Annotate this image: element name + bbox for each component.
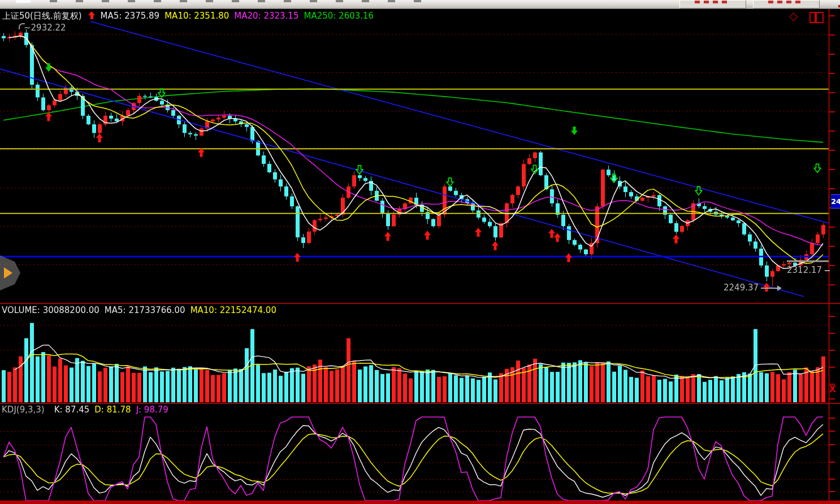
high-price-label: ~2932.22 xyxy=(24,23,66,33)
ma20-value: MA20: 2323.15 xyxy=(234,11,298,21)
ma10-value: MA10: 2351.80 xyxy=(164,11,229,21)
volume-header: VOLUME: 30088200.00MA5: 21733766.00MA10:… xyxy=(2,305,282,315)
kdj-k-value: K: 87.45 xyxy=(54,405,90,415)
toolbar-icon[interactable] xyxy=(16,0,31,3)
pane-close-button[interactable]: X xyxy=(829,384,836,394)
diamond-icon[interactable]: ◇ xyxy=(789,10,798,22)
quote-button-2[interactable] xyxy=(753,0,820,8)
red-text-clipped xyxy=(695,1,731,3)
tile-windows-icon[interactable] xyxy=(809,12,825,23)
menu-bar[interactable] xyxy=(0,0,840,9)
ma250-value: MA250: 2603.16 xyxy=(304,11,374,21)
symbol-title: 上证50(日线.前复权) xyxy=(2,11,82,21)
marked-price-label: 2312.17 xyxy=(787,265,830,275)
menu-items-clipped[interactable] xyxy=(50,0,423,2)
kdj-d-value: D: 81.78 xyxy=(94,405,131,415)
quote-button-1[interactable] xyxy=(679,0,746,8)
main-chart-header: 上证50(日线.前复权)MA5: 2375.89MA10: 2351.80MA2… xyxy=(2,11,379,21)
arrow-right-icon xyxy=(761,288,778,289)
volume-value: VOLUME: 30088200.00 xyxy=(2,305,99,315)
volume-ma5-value: MA5: 21733766.00 xyxy=(105,305,185,315)
kdj-header: KDJ(9,3,3)K: 87.45D: 81.78J: 98.79 xyxy=(2,405,174,415)
expand-arrow-icon xyxy=(4,267,12,279)
low-price-label: 2249.37 xyxy=(724,283,778,293)
chart-canvas[interactable] xyxy=(0,0,840,504)
trading-app-window: 上证50(日线.前复权)MA5: 2375.89MA10: 2351.80MA2… xyxy=(0,0,840,504)
up-arrow-icon xyxy=(88,11,96,19)
axis-price-badge: 24 xyxy=(831,194,840,208)
red-text-clipped xyxy=(768,1,804,3)
volume-ma10-value: MA10: 22152474.00 xyxy=(190,305,276,315)
kdj-title: KDJ(9,3,3) xyxy=(2,405,45,415)
ma5-value: MA5: 2375.89 xyxy=(101,11,160,21)
kdj-j-value: J: 98.79 xyxy=(136,405,168,415)
pointer-hook-icon xyxy=(19,23,25,29)
dash-icon xyxy=(825,270,830,271)
